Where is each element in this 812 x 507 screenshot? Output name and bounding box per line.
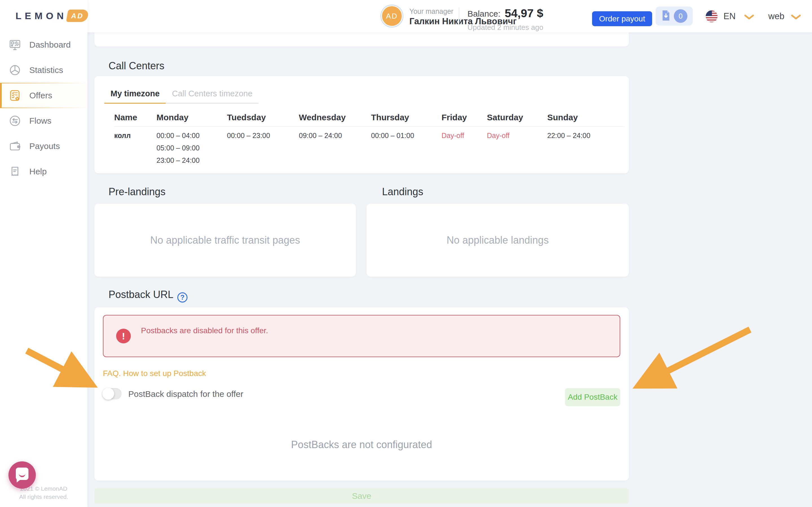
pre-landings-empty-text: No applicable traffic transit pages — [94, 204, 356, 277]
call-center-name: колл — [114, 131, 156, 168]
postback-url-title: Postback URL? — [109, 289, 188, 302]
traffic-type-selector[interactable]: web — [768, 11, 784, 21]
chat-widget-button[interactable] — [8, 461, 36, 489]
document-download-icon — [661, 10, 671, 22]
help-icon — [8, 165, 21, 178]
balance-updated: Updated 2 minutes ago — [467, 23, 543, 32]
balance-label: Balance: — [467, 9, 500, 18]
sidebar-item-label: Offers — [29, 91, 52, 100]
documents-count-badge: 0 — [674, 9, 688, 23]
sidebar: LEMON AD Dashboard Statistics Offers Fl — [0, 0, 87, 507]
friday-hours: Day-off — [442, 131, 487, 168]
sidebar-item-dashboard[interactable]: Dashboard — [0, 32, 87, 57]
sidebar-item-payouts[interactable]: Payouts — [0, 133, 87, 159]
sidebar-item-label: Payouts — [29, 142, 60, 151]
sidebar-item-statistics[interactable]: Statistics — [0, 57, 87, 83]
error-exclamation-icon: ! — [116, 329, 131, 343]
monday-hours: 00:00 – 04:00 05:00 – 09:00 23:00 – 24:0… — [156, 131, 227, 168]
traffic-type-chevron-down-icon[interactable] — [791, 15, 801, 20]
logo-text: LEMON — [15, 10, 67, 21]
logo-badge: AD — [66, 10, 89, 22]
alert-message: Postbacks are disabled for this offer. — [141, 326, 268, 335]
payouts-icon — [8, 140, 21, 153]
thursday-hours: 00:00 – 01:00 — [371, 131, 442, 168]
landings-title: Landings — [382, 186, 423, 198]
sidebar-item-label: Flows — [29, 116, 51, 126]
documents-button[interactable]: 0 — [656, 6, 693, 25]
tab-call-centers-timezone[interactable]: Call Centers timezone — [166, 89, 259, 103]
timezone-tabs: My timezone Call Centers timezone — [104, 89, 259, 104]
sidebar-item-label: Statistics — [29, 65, 63, 75]
language-selector[interactable]: EN — [723, 11, 735, 21]
header-divider — [459, 7, 459, 25]
sidebar-item-flows[interactable]: Flows — [0, 108, 87, 133]
balance-value: 54,97 $ — [505, 7, 543, 20]
sidebar-item-label: Dashboard — [29, 40, 71, 50]
tuesday-hours: 00:00 – 23:00 — [227, 131, 299, 168]
pre-landings-title: Pre-landings — [109, 186, 165, 198]
toggle-knob — [102, 388, 114, 400]
sidebar-item-label: Help — [29, 167, 47, 176]
save-button[interactable]: Save — [94, 488, 629, 504]
landings-empty-text: No applicable landings — [366, 204, 629, 277]
sidebar-item-help[interactable]: Help — [0, 159, 87, 184]
postback-disabled-alert: ! Postbacks are disabled for this offer. — [103, 315, 620, 357]
statistics-icon — [8, 64, 21, 76]
schedule-table-row: колл 00:00 – 04:00 05:00 – 09:00 23:00 –… — [114, 131, 624, 168]
manager-label: Your manager — [409, 7, 453, 15]
pre-landings-card: No applicable traffic transit pages — [94, 204, 356, 277]
offers-icon — [8, 89, 21, 102]
add-postback-button[interactable]: Add PostBack — [565, 388, 620, 406]
us-flag-icon — [706, 10, 718, 22]
main-content: Call Centers My timezone Call Centers ti… — [87, 33, 812, 507]
postback-dispatch-toggle[interactable] — [103, 388, 121, 399]
postback-card: ! Postbacks are disabled for this offer.… — [94, 307, 629, 481]
sidebar-nav: Dashboard Statistics Offers Flows Payout… — [0, 32, 87, 184]
sunday-hours: 22:00 – 24:00 — [547, 131, 624, 168]
wednesday-hours: 09:00 – 24:00 — [299, 131, 371, 168]
schedule-table-header: Name Monday Tuedsday Wednesday Thursday … — [114, 113, 624, 127]
language-chevron-down-icon[interactable] — [744, 15, 754, 20]
order-payout-button[interactable]: Order payout — [592, 11, 652, 26]
copyright: 2021 © LemonAD All rights reserved. — [0, 485, 87, 501]
tab-my-timezone[interactable]: My timezone — [104, 89, 166, 104]
scrolled-card-bottom — [94, 33, 629, 47]
call-centers-card: My timezone Call Centers timezone Name M… — [94, 76, 629, 173]
postbacks-empty-text: PostBacks are not configurated — [94, 439, 629, 451]
flows-icon — [8, 114, 21, 127]
faq-postback-link[interactable]: FAQ. How to set up Postback — [103, 369, 206, 378]
top-bar: AD Your manager Галкин Никита Львовичг B… — [0, 0, 812, 33]
help-question-icon[interactable]: ? — [177, 292, 188, 302]
saturday-hours: Day-off — [487, 131, 547, 168]
lemonad-logo: LEMON AD — [15, 10, 88, 22]
sidebar-item-offers[interactable]: Offers — [0, 83, 87, 108]
landings-card: No applicable landings — [366, 204, 629, 277]
chat-bubble-icon — [16, 467, 29, 480]
dashboard-icon — [8, 38, 21, 51]
postback-dispatch-label: PostBack dispatch for the offer — [128, 389, 243, 399]
call-centers-title: Call Centers — [109, 60, 164, 72]
manager-avatar: AD — [381, 5, 403, 27]
